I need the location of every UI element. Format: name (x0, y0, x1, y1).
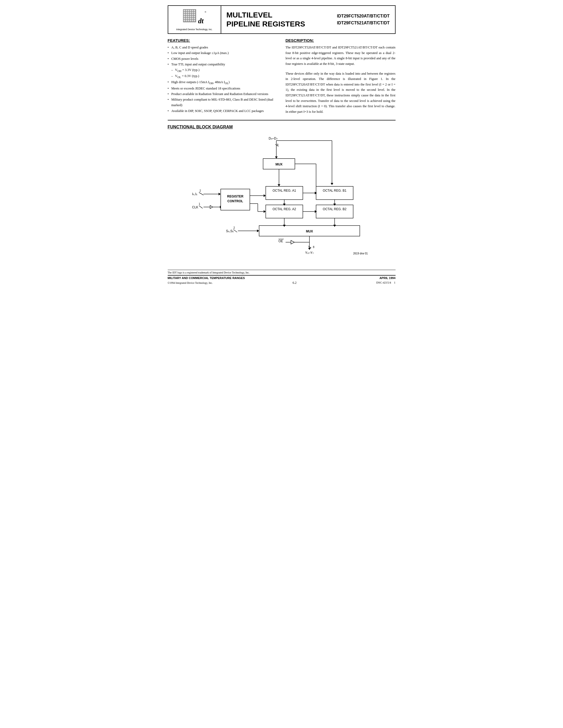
footer-bottom-bar: MILITARY AND COMMERCIAL TEMPERATURE RANG… (168, 275, 396, 280)
idt-logo-svg: dt ® (182, 8, 206, 27)
y-output-label: Y₀–Y₇ (305, 251, 314, 255)
svg-marker-57 (263, 194, 266, 197)
features-list: A, B, C and D speed grades Low input and… (168, 45, 277, 114)
svg-rect-19 (183, 16, 185, 17)
mux-bottom-label: MUX (306, 230, 313, 233)
part-number-1: IDT29FCT520AT/BT/CT/DT (337, 13, 390, 20)
svg-rect-29 (191, 18, 193, 20)
svg-rect-7 (183, 12, 185, 14)
svg-rect-35 (191, 20, 193, 22)
description-para1: The IDT29FCT520AT/BT/CT/DT and IDT29FCT5… (286, 45, 396, 67)
functional-block-diagram-svg: .box { fill: #fff; stroke: #000; stroke-… (168, 135, 396, 262)
trademark-text: The IDT logo is a registered trademark o… (168, 271, 250, 274)
svg-rect-25 (183, 18, 185, 20)
octal-a1-box (266, 186, 303, 200)
feature-sub-item: VOL = 0.3V (typ.) (168, 73, 277, 79)
description-section: DESCRIPTION: The IDT29FCT520AT/BT/CT/DT … (286, 38, 396, 115)
svg-rect-31 (183, 20, 185, 22)
clk-label: CLK (192, 205, 198, 209)
feature-item: Product available in Radiation Tolerant … (168, 91, 277, 97)
svg-rect-4 (189, 10, 191, 12)
header-part-numbers: IDT29FCT520AT/BT/CT/DT IDT29FCT521AT/BT/… (332, 6, 395, 33)
features-heading: FEATURES: (168, 38, 277, 43)
svg-rect-20 (185, 16, 187, 17)
svg-rect-10 (189, 12, 191, 14)
title-line1: MULTILEVEL (226, 11, 327, 20)
oe-label: OE (278, 239, 283, 243)
dsc-text: DSC-4215/4 (376, 281, 391, 284)
svg-marker-47 (277, 184, 280, 186)
octal-b2-label: OCTAL REG. B2 (323, 207, 347, 211)
feature-item: Available in DIP, SOIC, SSOP, QSOP, CERP… (168, 108, 277, 114)
svg-line-84 (308, 246, 311, 248)
svg-rect-22 (189, 16, 191, 17)
svg-rect-11 (191, 12, 193, 14)
svg-line-72 (233, 230, 237, 232)
svg-rect-33 (187, 20, 189, 22)
svg-rect-28 (189, 18, 191, 20)
svg-rect-24 (193, 16, 195, 17)
svg-text:®: ® (204, 11, 206, 13)
diagram-heading: FUNCTIONAL BLOCK DIAGRAM (168, 125, 396, 129)
svg-marker-53 (210, 205, 213, 209)
svg-rect-18 (193, 14, 195, 16)
svg-line-48 (199, 192, 203, 195)
svg-rect-21 (187, 16, 189, 17)
svg-rect-16 (189, 14, 191, 16)
svg-rect-15 (187, 14, 189, 16)
s-bit-label: 2 (233, 226, 235, 229)
feature-item: True TTL input and output compatibility (168, 62, 277, 67)
svg-marker-42 (275, 156, 277, 159)
svg-rect-36 (193, 20, 195, 22)
octal-a2-box (266, 205, 303, 218)
logo-section: dt ® Integrated Device Technology, Inc. (168, 6, 221, 33)
svg-rect-23 (191, 16, 193, 17)
page-number: 6.2 (293, 281, 297, 285)
feature-item: Military product compliant to MIL-STD-88… (168, 97, 277, 108)
svg-rect-6 (193, 10, 195, 12)
svg-rect-27 (187, 18, 189, 20)
svg-rect-8 (185, 12, 187, 14)
features-description-section: FEATURES: A, B, C and D speed grades Low… (168, 38, 396, 115)
svg-rect-3 (187, 10, 189, 12)
svg-rect-14 (185, 14, 187, 16)
dsc-number: DSC-4215/4 1 (376, 281, 395, 285)
page-header: dt ® Integrated Device Technology, Inc. … (168, 5, 396, 34)
header-product-title: MULTILEVEL PIPELINE REGISTERS (221, 6, 332, 33)
svg-rect-34 (189, 20, 191, 22)
io-input-label: I₀,I₁ (192, 192, 197, 196)
features-section: FEATURES: A, B, C and D speed grades Low… (168, 38, 277, 115)
footer-date-label: APRIL 1994 (380, 276, 395, 280)
octal-a1-label-line1: OCTAL REG. A1 (272, 189, 296, 192)
footer-page-row: ©1994 Integrated Device Technology, Inc.… (168, 281, 396, 285)
feature-item: Low input and output leakage ≤1μA (max.) (168, 50, 277, 56)
svg-rect-30 (193, 18, 195, 20)
d-input-label: D₀–D₇ (268, 137, 277, 140)
svg-line-51 (199, 206, 203, 208)
svg-marker-50 (218, 193, 221, 195)
register-label-line1: REGISTER (227, 195, 243, 198)
svg-text:dt: dt (198, 17, 204, 25)
draw-number-label: 2619 drw 01 (353, 252, 368, 255)
logo-image: dt ® (182, 8, 206, 27)
octal-b1-label: OCTAL REG. B1 (323, 189, 347, 192)
octal-b2-box (316, 205, 353, 218)
svg-rect-17 (191, 14, 193, 16)
oe-buffer-symbol (291, 240, 295, 244)
svg-rect-32 (185, 20, 187, 22)
logo-company-name: Integrated Device Technology, Inc. (176, 28, 212, 31)
s-input-label: S₀,S₁ (226, 229, 234, 233)
copyright-text: ©1994 Integrated Device Technology, Inc. (168, 281, 213, 285)
diagram-container: .box { fill: #fff; stroke: #000; stroke-… (168, 135, 396, 262)
svg-rect-2 (185, 10, 187, 12)
svg-marker-45 (331, 183, 333, 185)
feature-item: A, B, C and D speed grades (168, 45, 277, 50)
title-line2: PIPELINE REGISTERS (226, 20, 327, 29)
feature-sub-item: VOH = 3.3V (typ.) (168, 67, 277, 73)
page-1: 1 (394, 281, 396, 284)
octal-a2-label-line1: OCTAL REG. A2 (272, 207, 296, 211)
part-number-2: IDT29FCT521AT/BT/CT/DT (337, 20, 390, 26)
bit-8-bottom-label: 8 (313, 246, 315, 249)
feature-item: Meets or exceeds JEDEC standard 18 speci… (168, 86, 277, 91)
io-bit-label: 2 (199, 189, 201, 192)
